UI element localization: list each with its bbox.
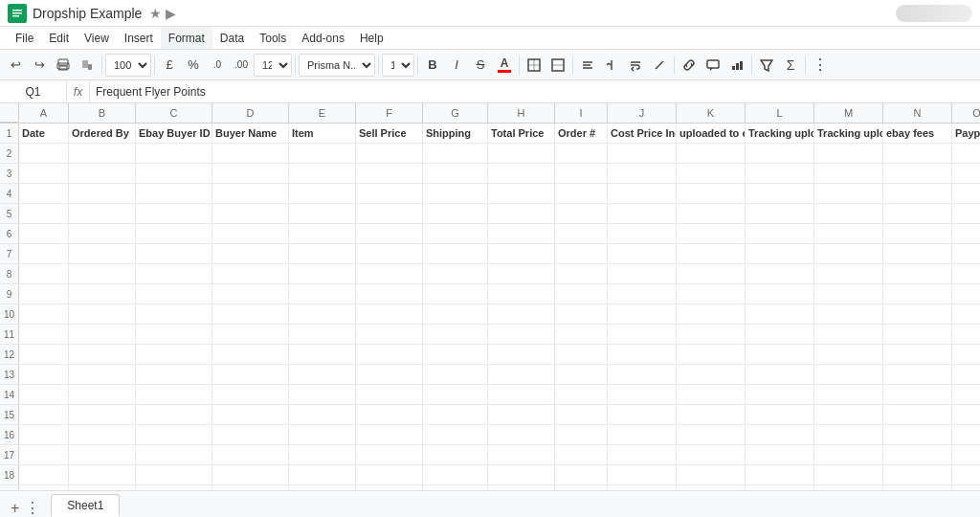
cell-D6[interactable]	[212, 224, 289, 243]
cell-H5[interactable]	[488, 204, 555, 223]
cell-D3[interactable]	[212, 164, 289, 183]
cell-H18[interactable]	[488, 465, 555, 484]
cell-E15[interactable]	[289, 405, 356, 424]
cell-M17[interactable]	[814, 445, 883, 464]
cell-G3[interactable]	[423, 164, 488, 183]
cell-G16[interactable]	[423, 425, 488, 444]
cell-G12[interactable]	[423, 345, 488, 364]
cell-J15[interactable]	[608, 405, 677, 424]
cell-J13[interactable]	[608, 365, 677, 384]
cell-A12[interactable]	[19, 345, 69, 364]
cell-N14[interactable]	[883, 385, 952, 404]
cell-K6[interactable]	[677, 224, 746, 243]
cell-G18[interactable]	[423, 465, 488, 484]
cell-A5[interactable]	[19, 204, 69, 223]
col-header-J[interactable]: J	[608, 103, 677, 123]
cell-O4[interactable]	[952, 184, 980, 203]
cell-N2[interactable]	[883, 144, 952, 163]
cell-I16[interactable]	[555, 425, 608, 444]
cell-A18[interactable]	[19, 465, 69, 484]
cell-F17[interactable]	[356, 445, 423, 464]
cell-K16[interactable]	[677, 425, 746, 444]
formula-input[interactable]	[90, 80, 980, 102]
cell-E5[interactable]	[289, 204, 356, 223]
cell-N7[interactable]	[883, 244, 952, 263]
cell-O2[interactable]	[952, 144, 980, 163]
cell-E9[interactable]	[289, 284, 356, 303]
cell-C2[interactable]	[136, 144, 212, 163]
cell-B7[interactable]	[69, 244, 136, 263]
cell-C13[interactable]	[136, 365, 212, 384]
col-header-B[interactable]: B	[69, 103, 136, 123]
cell-G10[interactable]	[423, 304, 488, 324]
cell-J10[interactable]	[608, 304, 677, 324]
menu-item-data[interactable]: Data	[212, 27, 252, 49]
cell-F8[interactable]	[356, 264, 423, 283]
cell-H9[interactable]	[488, 284, 555, 303]
cell-L15[interactable]	[746, 405, 814, 424]
text-color-button[interactable]: A	[493, 54, 516, 77]
cell-C8[interactable]	[136, 264, 212, 283]
cell-G15[interactable]	[423, 405, 488, 424]
cell-K9[interactable]	[677, 284, 746, 303]
menu-item-file[interactable]: File	[8, 27, 41, 49]
cell-N1[interactable]: ebay fees	[883, 124, 952, 143]
cell-M2[interactable]	[814, 144, 883, 163]
cell-M1[interactable]: Tracking uploade...	[814, 124, 883, 143]
cell-F13[interactable]	[356, 365, 423, 384]
col-header-I[interactable]: I	[555, 103, 608, 123]
cell-N3[interactable]	[883, 164, 952, 183]
cell-K8[interactable]	[677, 264, 746, 283]
cell-N9[interactable]	[883, 284, 952, 303]
cell-I7[interactable]	[555, 244, 608, 263]
col-header-C[interactable]: C	[136, 103, 212, 123]
cell-B17[interactable]	[69, 445, 136, 464]
border-button[interactable]	[523, 54, 546, 77]
cell-B8[interactable]	[69, 264, 136, 283]
cell-G7[interactable]	[423, 244, 488, 263]
cell-D14[interactable]	[212, 385, 289, 404]
cell-C5[interactable]	[136, 204, 212, 223]
cell-B1[interactable]: Ordered By	[69, 124, 136, 143]
cell-C18[interactable]	[136, 465, 212, 484]
cell-H4[interactable]	[488, 184, 555, 203]
cell-O17[interactable]	[952, 445, 980, 464]
cell-M12[interactable]	[814, 345, 883, 364]
cell-J18[interactable]	[608, 465, 677, 484]
cell-F12[interactable]	[356, 345, 423, 364]
cell-G4[interactable]	[423, 184, 488, 203]
menu-item-insert[interactable]: Insert	[117, 27, 161, 49]
cell-F9[interactable]	[356, 284, 423, 303]
cell-K14[interactable]	[677, 385, 746, 404]
cell-K4[interactable]	[677, 184, 746, 203]
cell-C10[interactable]	[136, 304, 212, 324]
cell-O8[interactable]	[952, 264, 980, 283]
cell-O3[interactable]	[952, 164, 980, 183]
cell-J1[interactable]: Cost Price Inc shi...	[608, 124, 677, 143]
cell-O6[interactable]	[952, 224, 980, 243]
menu-item-view[interactable]: View	[77, 27, 117, 49]
cell-L3[interactable]	[746, 164, 814, 183]
col-header-A[interactable]: A	[19, 103, 69, 123]
cell-E8[interactable]	[289, 264, 356, 283]
merge-cells-button[interactable]	[546, 54, 569, 77]
insert-chart-button[interactable]	[725, 54, 748, 77]
cell-C3[interactable]	[136, 164, 212, 183]
col-header-F[interactable]: F	[356, 103, 423, 123]
cell-D1[interactable]: Buyer Name	[212, 124, 289, 143]
cell-J17[interactable]	[608, 445, 677, 464]
col-header-N[interactable]: N	[883, 103, 952, 123]
cell-D15[interactable]	[212, 405, 289, 424]
cell-H3[interactable]	[488, 164, 555, 183]
cell-F14[interactable]	[356, 385, 423, 404]
cell-A14[interactable]	[19, 385, 69, 404]
cell-C1[interactable]: Ebay Buyer ID	[136, 124, 212, 143]
cell-A11[interactable]	[19, 325, 69, 344]
cell-C4[interactable]	[136, 184, 212, 203]
cell-C14[interactable]	[136, 385, 212, 404]
text-wrap-button[interactable]	[624, 54, 647, 77]
col-header-G[interactable]: G	[423, 103, 488, 123]
cell-H11[interactable]	[488, 325, 555, 344]
cell-B12[interactable]	[69, 345, 136, 364]
user-avatar[interactable]	[896, 5, 972, 22]
